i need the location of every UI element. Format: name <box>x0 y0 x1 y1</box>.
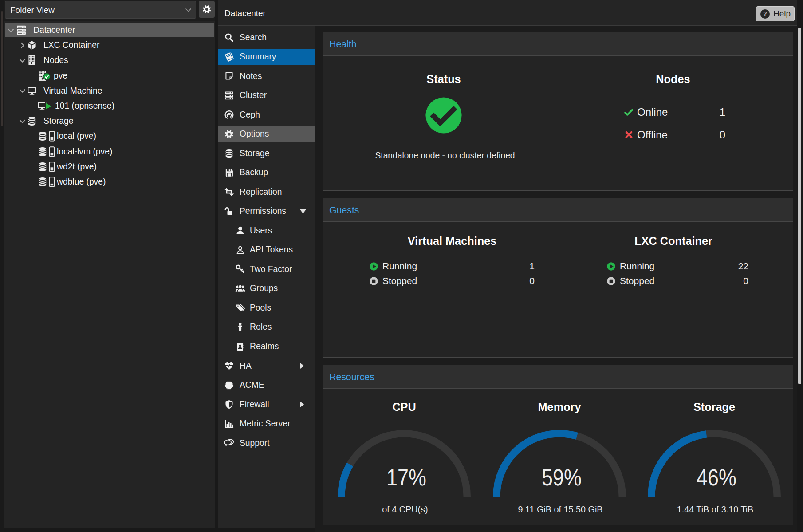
svg-text:?: ? <box>763 10 767 17</box>
